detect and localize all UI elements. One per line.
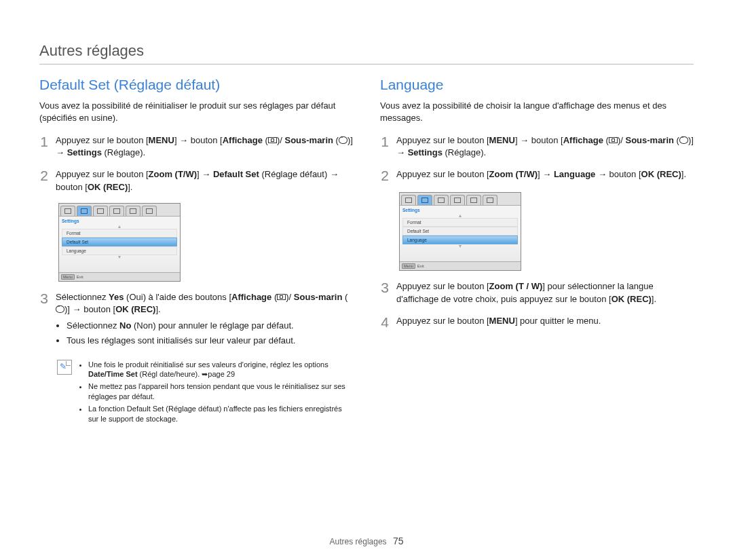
camera-menu-screenshot-language: Settings ▲ Format Default Set Language ▼… [399, 192, 521, 271]
note-item: Ne mettez pas l'appareil hors tension pe… [88, 381, 353, 402]
menu-tab [109, 206, 124, 216]
step-1: 1 Appuyez sur le bouton [MENU] → bouton … [39, 134, 353, 159]
underwater-icon [56, 305, 64, 313]
scroll-down-icon: ▼ [400, 244, 521, 248]
menu-tab [401, 195, 416, 205]
exit-label: Exit [417, 264, 424, 268]
step-3: 3 Sélectionnez Yes (Oui) à l'aide des bo… [39, 291, 353, 350]
step-2: 2 Appuyez sur le bouton [Zoom (T/W)] → L… [380, 168, 694, 183]
step-number: 1 [380, 134, 390, 159]
note-box: Une fois le produit réinitialisé sur ses… [57, 360, 353, 426]
step-number: 4 [380, 315, 390, 329]
step-number: 3 [380, 280, 390, 305]
bullet: Sélectionnez No (Non) pour annuler le ré… [67, 320, 353, 332]
step-body: Sélectionnez Yes (Oui) à l'aide des bout… [56, 291, 353, 350]
section-heading-default-set: Default Set (Réglage défaut) [39, 77, 353, 93]
note-item: Une fois le produit réinitialisé sur ses… [88, 360, 353, 380]
menu-tab [434, 195, 449, 205]
bullet: Tous les réglages sont initialisés sur l… [67, 335, 353, 347]
camera-menu-screenshot-default-set: Settings ▲ Format Default Set Language ▼… [58, 203, 181, 282]
step-number: 2 [39, 168, 49, 193]
menu-tab [466, 195, 481, 205]
menu-tab [142, 206, 157, 216]
page-footer: Autres réglages 75 [0, 536, 733, 546]
step-number: 3 [39, 291, 49, 350]
step-body: Appuyez sur le bouton [Zoom (T/W)] → Def… [56, 168, 353, 193]
section-heading-language: Language [380, 77, 694, 93]
menu-tab [60, 206, 75, 216]
menu-item-format: Format [402, 218, 518, 227]
step-3: 3 Appuyez sur le bouton [Zoom (T / W)] p… [380, 280, 694, 305]
step-number: 1 [39, 134, 49, 159]
step-body: Appuyez sur le bouton [MENU] → bouton [A… [396, 134, 694, 159]
step-body: Appuyez sur le bouton [MENU] pour quitte… [396, 315, 601, 329]
scroll-down-icon: ▼ [59, 255, 180, 259]
display-icon [268, 137, 277, 143]
menu-tab [126, 206, 140, 216]
intro-text: Vous avez la possibilité de réinitialise… [39, 100, 353, 124]
step-number: 2 [380, 168, 390, 183]
title-rule [39, 64, 694, 64]
footer-label: Autres réglages [330, 537, 387, 546]
step-2: 2 Appuyez sur le bouton [Zoom (T/W)] → D… [39, 168, 353, 193]
menu-item-format: Format [62, 229, 177, 238]
right-column: Language Vous avez la possibilité de cho… [380, 77, 694, 426]
menu-tab [483, 195, 497, 205]
menu-tab [93, 206, 108, 216]
menu-item-language: Language [62, 246, 177, 255]
note-icon [57, 360, 72, 375]
step-4: 4 Appuyez sur le bouton [MENU] pour quit… [380, 315, 694, 329]
underwater-icon [339, 136, 347, 144]
exit-label: Exit [77, 275, 83, 279]
display-icon [277, 294, 286, 300]
menu-soft-button: Menu [402, 263, 415, 269]
menu-tab [450, 195, 465, 205]
display-icon [609, 137, 618, 143]
intro-text: Vous avez la possibilité de choisir la l… [380, 100, 694, 124]
menu-tab-active [417, 195, 432, 205]
left-column: Default Set (Réglage défaut) Vous avez l… [39, 77, 353, 426]
menu-tab-active [77, 206, 92, 216]
step-body: Appuyez sur le bouton [Zoom (T/W)] → Lan… [396, 168, 686, 183]
step-1: 1 Appuyez sur le bouton [MENU] → bouton … [380, 134, 694, 159]
page-title: Autres réglages [39, 42, 694, 60]
step-body: Appuyez sur le bouton [Zoom (T / W)] pou… [396, 280, 694, 305]
note-item: La fonction Default Set (Réglage défaut)… [88, 404, 353, 424]
menu-item-default-set: Default Set [402, 227, 518, 236]
step-body: Appuyez sur le bouton [MENU] → bouton [A… [56, 134, 353, 159]
underwater-icon [679, 136, 688, 144]
menu-item-default-set-selected: Default Set [62, 238, 177, 246]
page-number: 75 [393, 536, 404, 546]
menu-soft-button: Menu [61, 274, 75, 280]
